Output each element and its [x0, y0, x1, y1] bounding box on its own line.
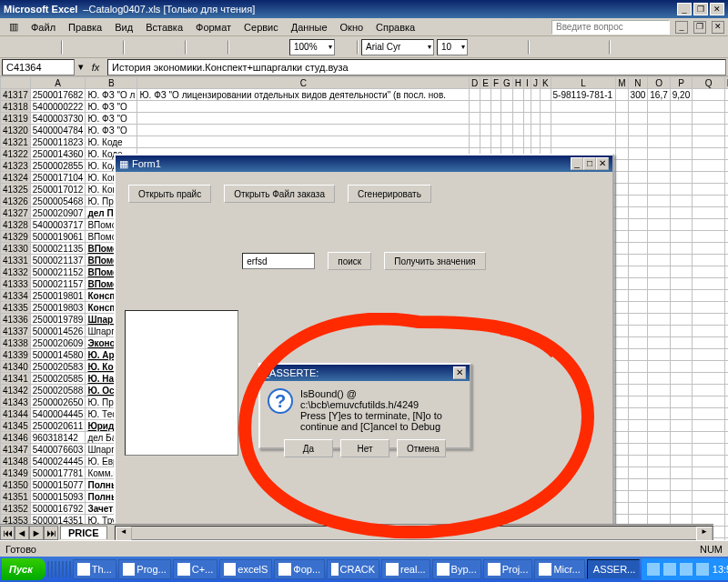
cell[interactable] [648, 231, 670, 243]
cell[interactable]: 5400004784 [30, 125, 86, 136]
cell[interactable]: 5000021135 [30, 243, 86, 255]
cell[interactable] [670, 196, 692, 207]
row-header[interactable]: 41344 [1, 408, 31, 420]
cell[interactable]: 2500002650 [30, 396, 86, 408]
cell[interactable]: Ю. ФЗ "О [86, 125, 137, 136]
cell[interactable] [724, 207, 728, 219]
align-left-icon[interactable] [532, 39, 549, 55]
cell[interactable] [137, 136, 470, 148]
cell[interactable] [724, 420, 728, 432]
col-header[interactable]: Q [693, 77, 725, 89]
cell[interactable] [670, 396, 692, 408]
tab-nav-prev-icon[interactable]: ◄ [15, 526, 29, 540]
row-header[interactable]: 41329 [1, 231, 31, 243]
cell[interactable] [648, 444, 670, 456]
cell[interactable] [724, 491, 728, 503]
fx-icon[interactable]: fx [87, 62, 104, 73]
cell[interactable] [616, 444, 628, 456]
sheet-tab-price[interactable]: PRICE [60, 526, 107, 539]
cell[interactable] [693, 184, 725, 196]
cell[interactable] [616, 278, 628, 290]
cell[interactable] [648, 148, 670, 160]
zoom-combo[interactable]: 100% [289, 39, 335, 55]
redo-icon[interactable] [208, 39, 225, 55]
cell[interactable]: Ю. ФЗ "О [86, 113, 137, 125]
cell[interactable] [724, 515, 728, 527]
cell[interactable] [648, 432, 670, 444]
cell[interactable] [724, 349, 728, 361]
cell[interactable] [616, 89, 628, 101]
cell[interactable] [648, 396, 670, 408]
chart-icon[interactable] [270, 39, 287, 55]
cell[interactable] [670, 503, 692, 515]
cell[interactable] [628, 456, 648, 467]
cell[interactable] [693, 160, 725, 172]
cell[interactable] [628, 101, 648, 113]
cell[interactable]: 2500014360 [30, 148, 86, 160]
cell[interactable] [524, 101, 531, 113]
cell[interactable] [724, 148, 728, 160]
font-combo[interactable]: Arial Cyr [361, 39, 434, 55]
cell[interactable] [524, 113, 531, 125]
open-order-file-button[interactable]: Открыть Файл заказа [224, 185, 335, 203]
formula-input[interactable]: История экономики.Конспект+шпаргалки сту… [107, 59, 726, 75]
row-header[interactable]: 41321 [1, 136, 31, 148]
cell[interactable]: 5400024445 [30, 456, 86, 467]
cell[interactable] [648, 243, 670, 255]
cell[interactable] [470, 113, 480, 125]
cell[interactable] [670, 385, 692, 396]
cell[interactable] [470, 125, 480, 136]
tray-icon[interactable] [696, 563, 709, 576]
cell[interactable] [490, 136, 500, 148]
row-header[interactable]: 41341 [1, 373, 31, 385]
cell[interactable] [724, 373, 728, 385]
cell[interactable] [670, 160, 692, 172]
cell[interactable] [628, 396, 648, 408]
cell[interactable] [724, 503, 728, 515]
taskbar-task[interactable]: Micr... [534, 559, 584, 579]
doc-close-button[interactable]: ✕ [712, 21, 724, 34]
tab-nav-next-icon[interactable]: ► [29, 526, 44, 540]
col-header[interactable]: G [501, 77, 513, 89]
cell[interactable] [724, 326, 728, 337]
menu-file[interactable]: Файл [25, 20, 61, 35]
help-icon[interactable] [338, 39, 354, 55]
cell[interactable] [628, 113, 648, 125]
align-right-icon[interactable] [571, 39, 587, 55]
cell[interactable]: 2500019789 [30, 314, 86, 326]
cell[interactable]: 5400076603 [30, 444, 86, 456]
cell[interactable] [551, 125, 616, 136]
menu-view[interactable]: Вид [109, 20, 138, 35]
taskbar-task[interactable]: ASSER... [587, 559, 640, 579]
cell[interactable] [670, 290, 692, 302]
col-header[interactable]: A [30, 77, 86, 89]
cell[interactable]: 5-98119-781-1 [551, 89, 616, 101]
cell[interactable] [531, 113, 540, 125]
cell[interactable] [616, 408, 628, 420]
cell[interactable] [616, 396, 628, 408]
row-header[interactable]: 41335 [1, 302, 31, 314]
cell[interactable] [693, 290, 725, 302]
cell[interactable] [724, 432, 728, 444]
cell[interactable] [616, 113, 628, 125]
cell[interactable] [501, 125, 513, 136]
cell[interactable] [648, 456, 670, 467]
cell[interactable] [693, 172, 725, 184]
cell[interactable] [724, 302, 728, 314]
cell[interactable] [670, 148, 692, 160]
cell[interactable] [628, 148, 648, 160]
cell[interactable] [724, 196, 728, 207]
cell[interactable] [724, 243, 728, 255]
menu-edit[interactable]: Правка [63, 20, 107, 35]
cell[interactable] [480, 101, 491, 113]
cell[interactable] [670, 337, 692, 349]
cell[interactable] [724, 136, 728, 148]
cell[interactable] [628, 326, 648, 337]
cell[interactable] [628, 349, 648, 361]
doc-restore-button[interactable]: ❐ [693, 21, 706, 34]
cell[interactable] [524, 136, 531, 148]
cell[interactable] [540, 113, 551, 125]
cell[interactable] [724, 231, 728, 243]
col-header[interactable]: D [470, 77, 480, 89]
taskbar-task[interactable]: Byp... [432, 559, 481, 579]
